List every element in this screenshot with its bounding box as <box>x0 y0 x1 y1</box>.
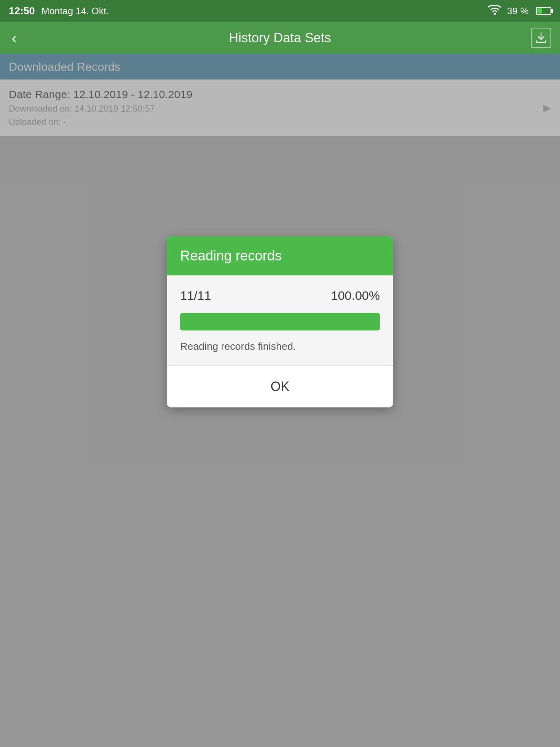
ok-button[interactable]: OK <box>177 376 383 397</box>
download-button[interactable] <box>531 28 551 48</box>
battery-percentage: 39 % <box>507 5 529 17</box>
modal-header: Reading records <box>167 236 393 275</box>
back-button[interactable]: ‹ <box>9 27 20 49</box>
battery-icon <box>536 7 551 15</box>
status-bar: 12:50 Montag 14. Okt. 39 % <box>0 0 560 22</box>
modal-dialog: Reading records 11/11 100.00% Reading re… <box>167 236 393 407</box>
modal-status-text: Reading records finished. <box>180 341 380 355</box>
modal-body: 11/11 100.00% Reading records finished. <box>167 275 393 365</box>
status-left: 12:50 Montag 14. Okt. <box>9 5 109 17</box>
modal-percentage: 100.00% <box>331 289 380 303</box>
progress-bar-fill <box>180 313 380 330</box>
modal-overlay: Reading records 11/11 100.00% Reading re… <box>0 54 560 747</box>
modal-title: Reading records <box>180 248 282 263</box>
modal-record-count: 11/11 <box>180 289 211 303</box>
wifi-icon <box>488 5 501 18</box>
progress-bar-container <box>180 313 380 330</box>
modal-footer: OK <box>167 366 393 407</box>
modal-stats: 11/11 100.00% <box>180 289 380 303</box>
status-date: Montag 14. Okt. <box>42 5 109 17</box>
status-time: 12:50 <box>9 5 35 17</box>
status-right: 39 % <box>488 5 551 18</box>
page-title: History Data Sets <box>229 30 331 46</box>
nav-bar: ‹ History Data Sets <box>0 22 560 54</box>
